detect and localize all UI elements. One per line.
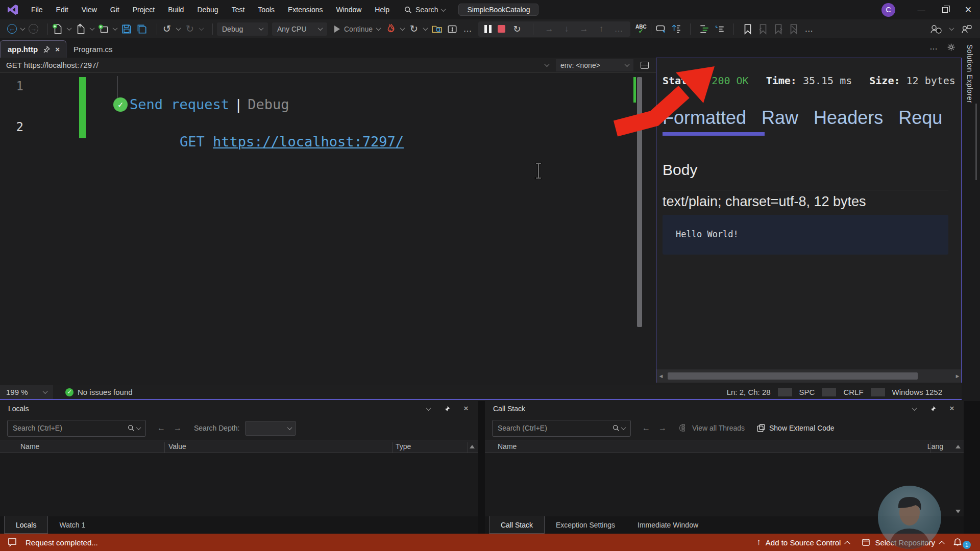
hot-reload-chevron[interactable] xyxy=(400,26,405,31)
find-in-files-icon[interactable] xyxy=(431,23,443,35)
response-tab-request[interactable]: Requ xyxy=(898,107,942,129)
line-ending-indicator[interactable]: CRLF xyxy=(836,388,870,396)
call-stack-close-icon[interactable]: × xyxy=(949,404,954,414)
step-over-icon[interactable]: → xyxy=(578,23,590,35)
live-share-chevron[interactable] xyxy=(949,26,954,31)
tab-exception-settings[interactable]: Exception Settings xyxy=(545,516,626,534)
close-tab-icon[interactable]: × xyxy=(55,45,60,54)
locals-scroll-up-icon[interactable] xyxy=(470,445,475,448)
menu-edit[interactable]: Edit xyxy=(51,3,74,16)
call-stack-header[interactable]: Call Stack × xyxy=(485,401,964,416)
locals-window-chevron[interactable] xyxy=(426,406,431,411)
add-to-source-control-button[interactable]: ↑ Add to Source Control xyxy=(756,537,849,547)
locals-col-name[interactable]: Name xyxy=(20,442,39,450)
step-into-icon[interactable]: ↓ xyxy=(561,23,572,35)
show-external-code-button[interactable]: Show External Code xyxy=(757,424,835,432)
restart-chevron[interactable] xyxy=(423,26,428,31)
indent-lines-icon[interactable] xyxy=(699,23,710,35)
continue-button[interactable]: Continue xyxy=(344,25,373,33)
solution-title[interactable]: SimpleBookCatalog xyxy=(458,4,538,16)
comment-selection-icon[interactable] xyxy=(655,23,667,35)
menu-project[interactable]: Project xyxy=(127,3,161,16)
locals-header[interactable]: Locals × xyxy=(0,401,478,416)
edit-overflow-icon[interactable]: … xyxy=(803,23,815,35)
call-stack-col-name[interactable]: Name xyxy=(498,442,517,450)
view-all-threads-button[interactable]: View all Threads xyxy=(679,424,745,432)
locals-body[interactable] xyxy=(0,453,478,516)
search-depth-dropdown[interactable] xyxy=(245,421,296,436)
response-tab-raw[interactable]: Raw xyxy=(762,107,798,129)
scroll-right-arrow[interactable]: ► xyxy=(953,373,962,379)
editor-settings-gear-icon[interactable] xyxy=(947,43,955,52)
live-share-icon[interactable] xyxy=(929,24,943,34)
hot-reload-icon[interactable] xyxy=(385,23,397,35)
call-stack-scroll-down-icon[interactable] xyxy=(955,510,961,513)
menu-debug[interactable]: Debug xyxy=(191,3,224,16)
menu-git[interactable]: Git xyxy=(105,3,125,16)
solution-configurations-dropdown[interactable]: Debug xyxy=(217,22,268,36)
code-editor[interactable]: 1 2 ✓ Send request | Debug GET https://l… xyxy=(0,73,633,385)
add-item-icon[interactable] xyxy=(98,23,109,35)
pin-icon[interactable] xyxy=(43,46,50,53)
minimize-button[interactable]: — xyxy=(910,0,933,19)
close-button[interactable]: × xyxy=(957,0,980,19)
open-file-icon[interactable] xyxy=(75,23,86,35)
pause-icon[interactable] xyxy=(484,25,492,33)
issues-indicator[interactable]: ✓ No issues found xyxy=(65,388,133,396)
spaces-indicator[interactable]: SPC xyxy=(792,388,822,396)
call-stack-search-box[interactable] xyxy=(492,420,631,437)
response-horizontal-scrollbar[interactable]: ◄ ► xyxy=(656,369,962,383)
account-avatar[interactable]: C xyxy=(881,3,895,17)
unindent-lines-icon[interactable] xyxy=(714,23,725,35)
solution-explorer-tab[interactable]: Solution Explorer xyxy=(966,44,974,103)
format-document-icon[interactable] xyxy=(671,23,682,35)
call-stack-col-lang[interactable]: Lang xyxy=(927,442,943,450)
call-stack-search-input[interactable] xyxy=(493,424,612,432)
restart-app-icon[interactable]: ↻ xyxy=(408,23,420,35)
call-stack-pin-icon[interactable] xyxy=(929,406,936,412)
menu-test[interactable]: Test xyxy=(226,3,251,16)
open-file-chevron[interactable] xyxy=(90,26,95,31)
next-bookmark-icon[interactable] xyxy=(773,23,784,35)
locals-back-arrow[interactable]: ← xyxy=(157,423,165,433)
step-out-icon[interactable]: ↑ xyxy=(596,23,607,35)
search-control[interactable]: Search xyxy=(404,6,445,14)
call-stack-search-chevron[interactable] xyxy=(621,425,626,430)
add-item-chevron[interactable] xyxy=(113,26,118,31)
navigate-back-icon[interactable]: ← xyxy=(7,24,17,34)
locals-close-icon[interactable]: × xyxy=(463,404,469,414)
encoding-indicator[interactable]: Windows 1252 xyxy=(885,388,949,396)
tab-overflow-icon[interactable]: … xyxy=(929,42,938,52)
continue-chevron[interactable] xyxy=(376,26,381,31)
menu-file[interactable]: File xyxy=(26,3,48,16)
debug-request-link[interactable]: Debug xyxy=(248,96,289,112)
locals-forward-arrow[interactable]: → xyxy=(174,423,182,433)
locals-col-type[interactable]: Type xyxy=(396,442,411,450)
response-tab-headers[interactable]: Headers xyxy=(814,107,883,129)
call-stack-window-chevron[interactable] xyxy=(912,406,917,411)
hscroll-thumb[interactable] xyxy=(668,372,918,380)
notifications-button[interactable]: 1 xyxy=(953,538,975,547)
menu-tools[interactable]: Tools xyxy=(252,3,280,16)
locals-pin-icon[interactable] xyxy=(444,406,450,412)
undo-chevron[interactable] xyxy=(176,26,181,31)
restore-button[interactable] xyxy=(933,0,957,19)
tab-locals[interactable]: Locals xyxy=(4,516,48,534)
menu-extensions[interactable]: Extensions xyxy=(282,3,328,16)
tab-program-cs[interactable]: Program.cs xyxy=(66,41,119,58)
locals-col-value[interactable]: Value xyxy=(168,442,186,450)
locals-search-chevron[interactable] xyxy=(136,425,141,430)
request-url-link[interactable]: https://localhost:7297/ xyxy=(213,134,404,149)
send-request-link[interactable]: Send request xyxy=(130,96,229,112)
locals-search-box[interactable] xyxy=(7,420,146,437)
menu-view[interactable]: View xyxy=(76,3,103,16)
restart-debug-icon[interactable]: ↻ xyxy=(511,23,523,35)
request-url-bar[interactable]: GET https://localhost:7297/ env: <none> xyxy=(0,58,656,73)
back-dropdown-chevron[interactable] xyxy=(20,26,26,31)
tab-call-stack[interactable]: Call Stack xyxy=(489,516,545,534)
url-dropdown-chevron[interactable] xyxy=(545,62,550,67)
save-all-icon[interactable] xyxy=(136,23,148,35)
redo-chevron[interactable] xyxy=(199,26,204,31)
save-icon[interactable] xyxy=(121,23,132,35)
menu-window[interactable]: Window xyxy=(331,3,368,16)
